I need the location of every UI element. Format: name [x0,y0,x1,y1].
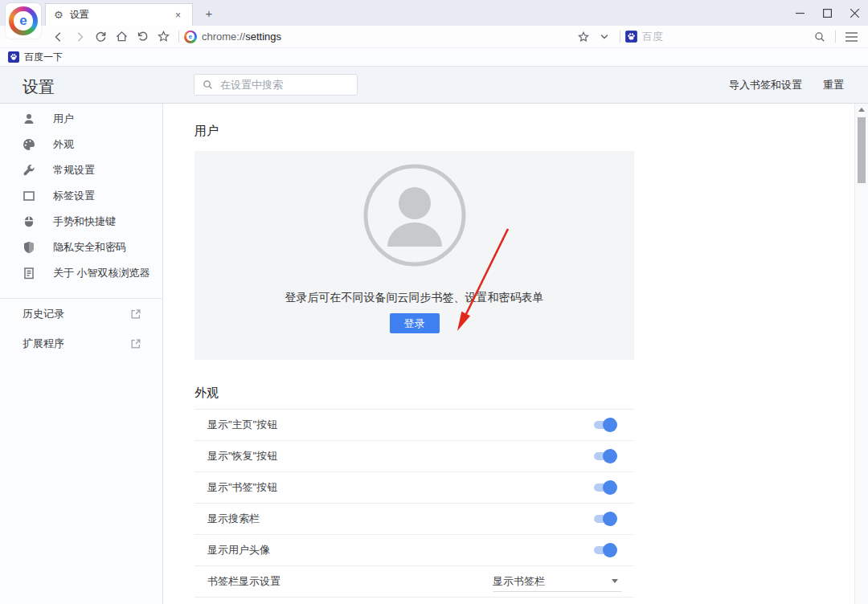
address-bar[interactable]: chrome://settings [184,31,281,43]
appearance-card: 显示"主页"按钮 显示"恢复"按钮 显示"书签"按钮 显示搜索栏 显示用户头像 … [194,409,634,598]
reload-icon[interactable] [90,28,111,46]
setting-row-show-bookmark-button: 显示"书签"按钮 [194,472,634,504]
toolbar-right-cluster: 百度 [573,28,862,46]
sidebar-link-history[interactable]: 历史记录 [0,299,162,329]
sidebar-item-label: 手势和快捷键 [53,214,116,229]
setting-row-show-home-button: 显示"主页"按钮 [194,410,634,441]
baidu-favicon [8,51,19,63]
url-path: settings [245,31,281,43]
login-button[interactable]: 登录 [390,313,440,333]
star-icon[interactable] [573,28,594,46]
maximize-button[interactable] [813,0,841,26]
home-button[interactable] [111,28,132,46]
setting-label: 显示用户头像 [207,543,270,557]
scrollbar-up-button[interactable] [855,104,868,116]
scrollbar-thumb[interactable] [858,117,866,183]
search-icon[interactable] [809,28,830,46]
navigation-toolbar: chrome://settings 百度 [0,26,868,48]
user-section-heading: 用户 [194,124,854,139]
setting-row-show-search-bar: 显示搜索栏 [194,504,634,535]
tab-close-icon[interactable]: × [172,8,184,22]
toolbar-separator [178,31,179,43]
scrollbar[interactable] [854,104,868,604]
sidebar-item-label: 标签设置 [53,189,95,203]
forward-button[interactable] [69,28,90,46]
close-button[interactable] [841,0,868,26]
setting-label: 显示"书签"按钮 [207,480,277,495]
tab-icon [23,190,35,202]
bookmarks-bar: 百度一下 [0,48,868,67]
sidebar-item-tabs[interactable]: 标签设置 [0,183,162,209]
sidebar-link-label: 历史记录 [23,307,130,321]
external-link-icon [130,338,141,349]
setting-label: 显示搜索栏 [207,512,260,526]
menu-icon[interactable] [841,28,862,46]
caret-down-icon [612,579,618,583]
bookmark-label: 百度一下 [24,51,63,64]
user-card: 登录后可在不同设备间云同步书签、设置和密码表单 登录 [194,151,634,360]
setting-label: 显示"主页"按钮 [207,418,277,432]
reset-button[interactable]: 重置 [823,78,844,92]
setting-row-show-avatar: 显示用户头像 [194,535,634,566]
tab-title: 设置 [70,8,172,22]
titlebar: ⚙ 设置 × + [0,0,868,26]
bookmark-baidu[interactable]: 百度一下 [8,51,63,64]
url-scheme: chrome:// [202,31,245,43]
new-tab-button[interactable]: + [201,6,217,21]
chevron-down-icon[interactable] [594,28,615,46]
sidebar-link-extensions[interactable]: 扩展程序 [0,329,162,358]
sidebar-item-label: 常规设置 [53,163,95,178]
sidebar-item-label: 关于 小智双核浏览器 [53,266,150,280]
settings-search-input[interactable] [220,79,341,91]
external-link-icon [130,308,141,320]
settings-header: 设置 导入书签和设置 重置 [0,67,868,104]
browser-logo-icon [9,6,38,35]
setting-row-bookmark-bar-display: 书签栏显示设置 显示书签栏 [194,566,634,598]
search-icon [203,80,213,90]
back-button[interactable] [48,28,69,46]
setting-row-show-restore-button: 显示"恢复"按钮 [194,441,634,472]
minimize-button[interactable] [786,0,813,26]
browser-logo [6,3,41,39]
tab-settings[interactable]: ⚙ 设置 × [45,3,193,26]
gear-icon: ⚙ [54,10,63,20]
avatar [363,164,466,267]
sidebar-item-about[interactable]: 关于 小智双核浏览器 [0,260,162,286]
toggle-show-restore-button[interactable] [594,452,615,460]
select-value: 显示书签栏 [493,574,612,589]
settings-search-box[interactable] [194,74,358,96]
settings-sidebar: 用户 外观 常规设置 标签设置 手势和快捷键 隐私安全和密码 关于 小智双核浏览… [0,104,163,604]
bookmark-bar-display-select[interactable]: 显示书签栏 [493,571,621,592]
toolbar-separator [620,31,620,43]
header-actions: 导入书签和设置 重置 [729,67,844,104]
sidebar-item-privacy[interactable]: 隐私安全和密码 [0,235,162,260]
baidu-search-icon [625,31,637,43]
toggle-show-bookmark-button[interactable] [594,484,615,492]
window-controls [786,0,868,26]
url-text[interactable]: chrome://settings [202,31,281,43]
site-favicon [184,31,197,43]
sidebar-item-label: 隐私安全和密码 [53,240,126,255]
settings-content: 用户 登录后可在不同设备间云同步书签、设置和密码表单 登录 外观 显示"主页"按… [163,104,854,604]
undo-icon[interactable] [132,28,153,46]
quick-search-input[interactable]: 百度 [642,30,663,44]
about-icon [23,267,35,280]
sidebar-item-general[interactable]: 常规设置 [0,157,162,183]
sidebar-item-appearance[interactable]: 外观 [0,132,162,157]
main-area: 用户 外观 常规设置 标签设置 手势和快捷键 隐私安全和密码 关于 小智双核浏览… [0,104,868,604]
sidebar-item-gestures[interactable]: 手势和快捷键 [0,209,162,235]
toggle-show-search-bar[interactable] [594,515,615,523]
bookmark-star-icon[interactable] [153,28,174,46]
appearance-section-heading: 外观 [194,386,854,401]
toggle-show-avatar[interactable] [594,546,615,554]
sync-hint-text: 登录后可在不同设备间云同步书签、设置和密码表单 [194,291,634,305]
toggle-show-home-button[interactable] [594,421,615,429]
import-bookmarks-button[interactable]: 导入书签和设置 [729,78,802,92]
user-icon [23,112,35,125]
toolbar-menu-cluster [809,28,862,46]
setting-label: 书签栏显示设置 [207,574,280,589]
sidebar-item-label: 用户 [53,112,74,126]
sidebar-item-user[interactable]: 用户 [0,106,162,132]
sidebar-link-label: 扩展程序 [23,337,130,351]
wrench-icon [23,164,35,177]
